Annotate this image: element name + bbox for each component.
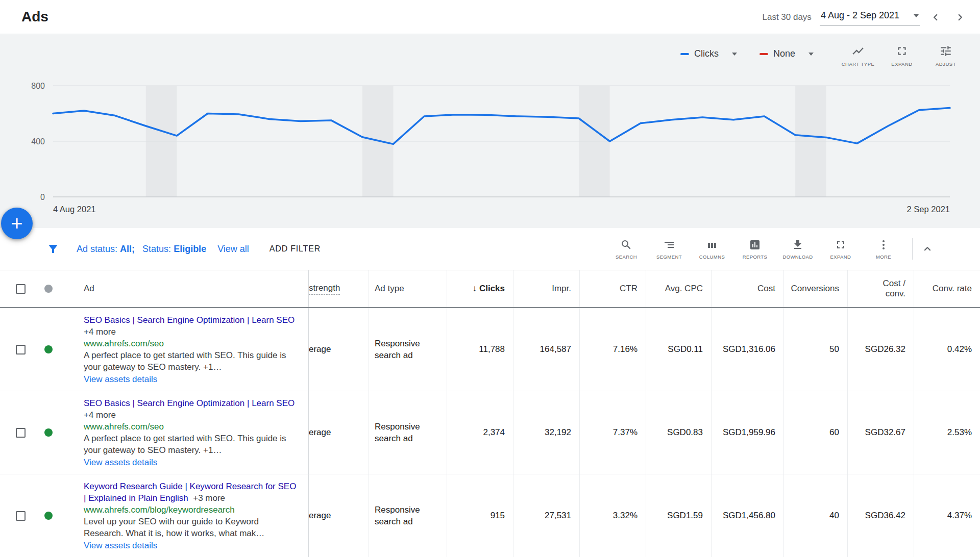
ad-description: A perfect place to get started with SEO.… (84, 349, 298, 373)
clicks-value: 11,788 (447, 308, 513, 391)
ad-strength-value: erage (309, 427, 331, 438)
cost-value: SGD1,959.96 (711, 391, 783, 474)
metric2-selector[interactable]: None (760, 48, 814, 59)
more-button[interactable]: MORE (862, 239, 905, 260)
expand-table-button[interactable]: EXPAND (819, 239, 862, 260)
expand-table-label: EXPAND (830, 254, 851, 260)
collapse-panel-button[interactable] (916, 242, 939, 256)
chart-type-label: CHART TYPE (842, 61, 875, 67)
column-header-ad-type[interactable]: Ad type (369, 270, 447, 307)
date-range-picker[interactable]: 4 Aug - 2 Sep 2021 (820, 8, 920, 26)
search-label: SEARCH (616, 254, 637, 260)
create-ad-fab[interactable]: + (1, 208, 33, 239)
ad-status-filter-label: Ad status: (77, 244, 117, 254)
ad-headline-link[interactable]: SEO Basics | Search Engine Optimization … (84, 398, 295, 408)
ad-description: A perfect place to get started with SEO.… (84, 433, 298, 456)
impressions-value: 164,587 (513, 308, 579, 391)
columns-icon (706, 239, 718, 251)
date-range-value: 4 Aug - 2 Sep 2021 (821, 10, 899, 21)
download-icon (792, 239, 804, 251)
chevron-left-icon (929, 11, 942, 24)
ad-more-headlines: +3 more (193, 493, 225, 503)
download-label: DOWNLOAD (782, 254, 813, 260)
chevron-down-icon (732, 53, 737, 56)
chart-type-icon (851, 44, 865, 58)
active-filters-summary[interactable]: Ad status: All; Status: Eligible (77, 244, 206, 255)
columns-button[interactable]: COLUMNS (691, 239, 733, 260)
column-header-clicks[interactable]: ↓Clicks (447, 270, 513, 307)
status-dot-header (44, 285, 53, 293)
table-row: SEO Basics | Search Engine Optimization … (0, 308, 980, 391)
add-filter-button[interactable]: ADD FILTER (270, 244, 321, 254)
ad-display-url: www.ahrefs.com/blog/keywordresearch (84, 504, 298, 516)
next-range-button[interactable] (951, 9, 969, 26)
expand-icon (835, 239, 847, 251)
table-row: Keyword Research Guide | Keyword Researc… (0, 474, 980, 557)
conversions-value: 60 (783, 391, 847, 474)
segment-label: SEGMENT (656, 254, 682, 260)
column-header-ad-strength[interactable]: strength (308, 270, 369, 307)
cost-per-conv-value: SGD32.67 (847, 391, 914, 474)
select-all-checkbox[interactable] (16, 284, 26, 294)
clicks-value: 2,374 (447, 391, 513, 474)
download-button[interactable]: DOWNLOAD (776, 239, 819, 260)
ads-table: Ad strength Ad type ↓Clicks Impr. CTR Av… (0, 270, 980, 557)
ctr-value: 7.16% (579, 308, 646, 391)
google-ads-ads-page: Ads Last 30 days 4 Aug - 2 Sep 2021 0400… (0, 0, 980, 557)
chart-type-button[interactable]: CHART TYPE (836, 44, 880, 67)
toolbar-divider (912, 238, 913, 260)
metric1-label: Clicks (694, 48, 719, 59)
row-checkbox[interactable] (16, 428, 26, 438)
row-checkbox[interactable] (16, 511, 26, 521)
topbar: Ads Last 30 days 4 Aug - 2 Sep 2021 (0, 0, 980, 34)
ad-headline-link[interactable]: SEO Basics | Search Engine Optimization … (84, 315, 295, 325)
reports-label: REPORTS (743, 254, 768, 260)
plus-icon: + (11, 213, 22, 234)
svg-text:400: 400 (31, 137, 45, 146)
avg-cpc-value: SGD1.59 (646, 474, 711, 557)
segment-icon (663, 239, 675, 251)
view-assets-details-link[interactable]: View assets details (84, 540, 298, 551)
column-header-cost[interactable]: Cost (711, 270, 783, 307)
conv-rate-value: 0.42% (914, 308, 980, 391)
table-header-row: Ad strength Ad type ↓Clicks Impr. CTR Av… (0, 270, 980, 308)
column-header-ctr[interactable]: CTR (579, 270, 646, 307)
search-button[interactable]: SEARCH (605, 239, 648, 260)
ad-more-headlines: +4 more (84, 327, 116, 337)
chart-adjust-button[interactable]: ADJUST (924, 44, 968, 67)
cost-value: SGD1,456.80 (711, 474, 783, 557)
reports-button[interactable]: REPORTS (733, 239, 776, 260)
column-header-cost-per-conv[interactable]: Cost / conv. (847, 270, 914, 307)
segment-button[interactable]: SEGMENT (648, 239, 691, 260)
status-enabled-dot (44, 345, 53, 353)
ctr-value: 3.32% (579, 474, 646, 557)
view-assets-details-link[interactable]: View assets details (84, 373, 298, 385)
ad-preview: Keyword Research Guide | Keyword Researc… (84, 480, 308, 551)
row-checkbox[interactable] (16, 345, 26, 355)
column-header-ad[interactable]: Ad (69, 270, 308, 307)
ad-strength-value: erage (309, 344, 331, 355)
metric1-selector[interactable]: Clicks (680, 48, 737, 59)
more-vertical-icon (877, 239, 890, 251)
date-range-controls: Last 30 days 4 Aug - 2 Sep 2021 (762, 0, 969, 34)
view-all-filters-link[interactable]: View all (217, 244, 249, 255)
conversions-value: 40 (783, 474, 847, 557)
chart-expand-label: EXPAND (891, 61, 912, 67)
column-header-impressions[interactable]: Impr. (513, 270, 579, 307)
ad-headline-link[interactable]: Keyword Research Guide | Keyword Researc… (84, 482, 296, 503)
ad-status-filter-value: All; (120, 244, 135, 254)
reports-icon (749, 239, 761, 251)
previous-range-button[interactable] (927, 9, 944, 26)
expand-icon (895, 44, 909, 58)
cost-per-conv-value: SGD36.42 (847, 474, 914, 557)
avg-cpc-value: SGD0.83 (646, 391, 711, 474)
status-enabled-dot (44, 512, 53, 520)
table-toolbar: SEARCH SEGMENT COLUMNS REPORTS DOWNLOAD … (605, 228, 939, 270)
sort-descending-icon: ↓ (472, 284, 477, 294)
status-enabled-dot (44, 428, 53, 437)
view-assets-details-link[interactable]: View assets details (84, 457, 298, 468)
column-header-avg-cpc[interactable]: Avg. CPC (646, 270, 711, 307)
column-header-conv-rate[interactable]: Conv. rate (914, 270, 980, 307)
chart-expand-button[interactable]: EXPAND (880, 44, 924, 67)
column-header-conversions[interactable]: Conversions (783, 270, 847, 307)
